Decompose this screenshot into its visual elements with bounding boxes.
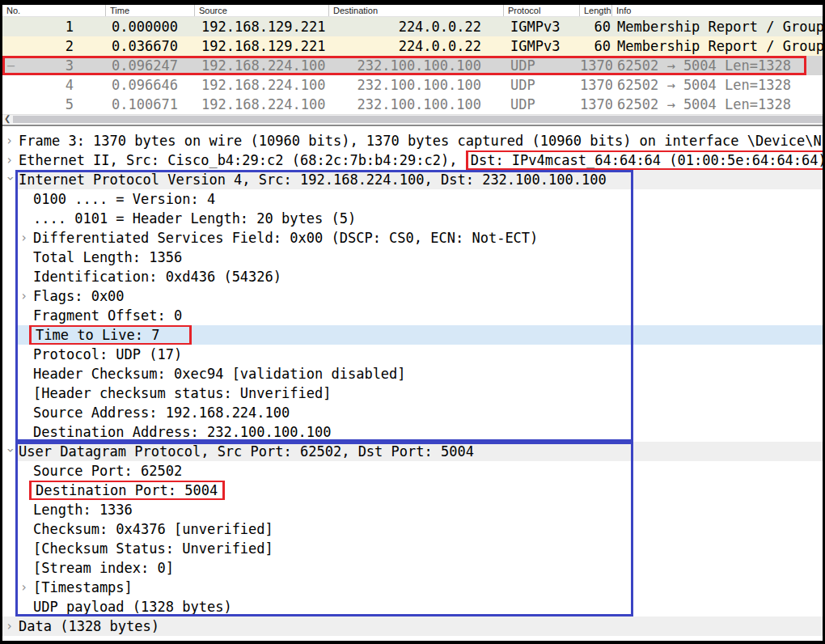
detail-line-udp-payload[interactable]: UDP payload (1328 bytes): [2, 597, 823, 616]
udp-section: › User Datagram Protocol, Src Port: 6250…: [2, 442, 823, 616]
cell-info: Membership Report / Group: [612, 17, 823, 36]
cell-info: 62502 → 5004 Len=1328: [612, 75, 823, 95]
packet-row[interactable]: 1 0.000000 192.168.129.221 224.0.0.22 IG…: [2, 17, 823, 36]
detail-line-udp-checksum[interactable]: Checksum: 0x4376 [unverified]: [2, 519, 823, 539]
expander-right-icon[interactable]: ›: [6, 616, 13, 636]
detail-line-version[interactable]: 0100 .... = Version: 4: [2, 189, 823, 209]
cell-time: 0.000000: [106, 17, 195, 36]
ttl-value: Time to Live: 7: [36, 327, 160, 343]
cell-destination: 232.100.100.100: [329, 95, 504, 114]
detail-line-fragment-offset[interactable]: Fragment Offset: 0: [2, 306, 823, 325]
cell-length: 1370: [580, 75, 612, 95]
expander-right-icon[interactable]: ›: [6, 131, 13, 150]
cell-time: 0.036670: [106, 36, 195, 56]
expander-right-icon[interactable]: ›: [20, 578, 28, 597]
detail-line-udp-checksum-status[interactable]: [Checksum Status: Unverified]: [2, 539, 823, 558]
scrollbar-thumb[interactable]: [13, 116, 823, 123]
detail-line-ipv4-header[interactable]: › Internet Protocol Version 4, Src: 192.…: [2, 170, 823, 189]
cell-info: 62502 → 5004 Len=1328: [612, 56, 823, 75]
cell-time: 0.096247: [106, 56, 195, 75]
cell-protocol: IGMPv3: [504, 36, 580, 56]
detail-line-header-checksum[interactable]: Header Checksum: 0xec94 [validation disa…: [2, 364, 823, 383]
expander-right-icon[interactable]: ›: [20, 228, 28, 248]
cell-destination: 224.0.0.22: [329, 17, 504, 36]
cell-source: 192.168.224.100: [195, 75, 329, 95]
wireshark-window: No. Time Source Destination Protocol Len…: [0, 0, 825, 644]
cell-protocol: UDP: [504, 75, 580, 95]
expander-right-icon[interactable]: ›: [20, 286, 28, 306]
column-header-info[interactable]: Info: [612, 5, 823, 16]
cell-length: 1370: [580, 56, 612, 75]
annotation-box-destination-port: Destination Port: 5004: [29, 481, 225, 500]
expander-down-icon[interactable]: ›: [2, 447, 20, 456]
ipv4-section: › Internet Protocol Version 4, Src: 192.…: [2, 170, 823, 442]
cell-source: 192.168.224.100: [195, 95, 329, 114]
cell-time: 0.096646: [106, 75, 195, 95]
cell-destination: 232.100.100.100: [329, 56, 504, 75]
packet-row[interactable]: 2 0.036670 192.168.129.221 224.0.0.22 IG…: [2, 36, 823, 56]
column-header-protocol[interactable]: Protocol: [504, 5, 580, 16]
cell-length: 1370: [580, 95, 612, 114]
annotation-box-ttl: Time to Live: 7: [29, 325, 192, 345]
detail-line-data[interactable]: › Data (1328 bytes): [2, 616, 823, 636]
packet-row[interactable]: 5 0.100671 192.168.224.100 232.100.100.1…: [2, 95, 823, 114]
detail-line-dsfield[interactable]: › Differentiated Services Field: 0x00 (D…: [2, 228, 823, 248]
packet-row[interactable]: 4 0.096646 192.168.224.100 232.100.100.1…: [2, 75, 823, 95]
detail-line-stream-index[interactable]: [Stream index: 0]: [2, 558, 823, 578]
scroll-left-arrow-icon[interactable]: ❮: [4, 114, 11, 124]
cell-protocol: UDP: [504, 95, 580, 114]
column-header-time[interactable]: Time: [106, 5, 195, 16]
ethernet-dst: Dst: IPv4mcast_64:64:64 (01:00:5e:64:64:…: [471, 152, 823, 168]
annotation-box-ethernet-dst: Dst: IPv4mcast_64:64:64 (01:00:5e:64:64:…: [466, 150, 823, 170]
cell-no: 5: [2, 95, 106, 114]
column-header-length[interactable]: Length: [580, 5, 612, 16]
detail-line-ethernet[interactable]: › Ethernet II, Src: Cisco_b4:29:c2 (68:2…: [2, 150, 823, 170]
related-packet-dash-icon: —: [7, 56, 15, 75]
cell-info: 62502 → 5004 Len=1328: [612, 95, 823, 114]
column-header-source[interactable]: Source: [195, 5, 329, 16]
cell-no: 2: [2, 36, 106, 56]
detail-line-flags[interactable]: › Flags: 0x00: [2, 286, 823, 306]
cell-no: 1: [2, 17, 106, 36]
detail-line-protocol[interactable]: Protocol: UDP (17): [2, 345, 823, 364]
destination-port-value: Destination Port: 5004: [36, 482, 218, 498]
detail-line-source-port[interactable]: Source Port: 62502: [2, 461, 823, 481]
cell-no: — 3: [2, 56, 106, 75]
cell-length: 60: [580, 36, 612, 56]
cell-time: 0.100671: [106, 95, 195, 114]
cell-destination: 224.0.0.22: [329, 36, 504, 56]
packet-details-pane: › Frame 3: 1370 bytes on wire (10960 bit…: [2, 126, 823, 636]
packet-row-selected[interactable]: — 3 0.096247 192.168.224.100 232.100.100…: [2, 56, 823, 75]
detail-line-ttl[interactable]: Time to Live: 7: [2, 325, 823, 345]
cell-source: 192.168.224.100: [195, 56, 329, 75]
detail-line-header-checksum-status[interactable]: [Header checksum status: Unverified]: [2, 383, 823, 403]
detail-line-total-length[interactable]: Total Length: 1356: [2, 248, 823, 267]
detail-line-header-length[interactable]: .... 0101 = Header Length: 20 bytes (5): [2, 209, 823, 228]
expander-down-icon[interactable]: ›: [2, 175, 20, 184]
cell-no: 4: [2, 75, 106, 95]
column-header-no[interactable]: No.: [2, 5, 106, 16]
cell-length: 60: [580, 17, 612, 36]
cell-destination: 232.100.100.100: [329, 75, 504, 95]
cell-info: Membership Report / Group: [612, 36, 823, 56]
detail-line-udp-header[interactable]: › User Datagram Protocol, Src Port: 6250…: [2, 442, 823, 461]
expander-right-icon[interactable]: ›: [6, 150, 13, 170]
column-header-destination[interactable]: Destination: [329, 5, 504, 16]
detail-line-destination-address[interactable]: Destination Address: 232.100.100.100: [2, 422, 823, 442]
cell-protocol: IGMPv3: [504, 17, 580, 36]
detail-line-destination-port[interactable]: Destination Port: 5004: [2, 481, 823, 500]
detail-line-identification[interactable]: Identification: 0xd436 (54326): [2, 267, 823, 286]
packet-list-header: No. Time Source Destination Protocol Len…: [2, 5, 823, 17]
detail-line-timestamps[interactable]: › [Timestamps]: [2, 578, 823, 597]
horizontal-scrollbar[interactable]: ❮: [2, 114, 823, 124]
detail-line-udp-length[interactable]: Length: 1336: [2, 500, 823, 519]
cell-protocol: UDP: [504, 56, 580, 75]
detail-line-source-address[interactable]: Source Address: 192.168.224.100: [2, 403, 823, 422]
cell-source: 192.168.129.221: [195, 36, 329, 56]
detail-line-frame[interactable]: › Frame 3: 1370 bytes on wire (10960 bit…: [2, 131, 823, 150]
cell-source: 192.168.129.221: [195, 17, 329, 36]
ethernet-prefix: Ethernet II, Src: Cisco_b4:29:c2 (68:2c:…: [19, 152, 466, 168]
